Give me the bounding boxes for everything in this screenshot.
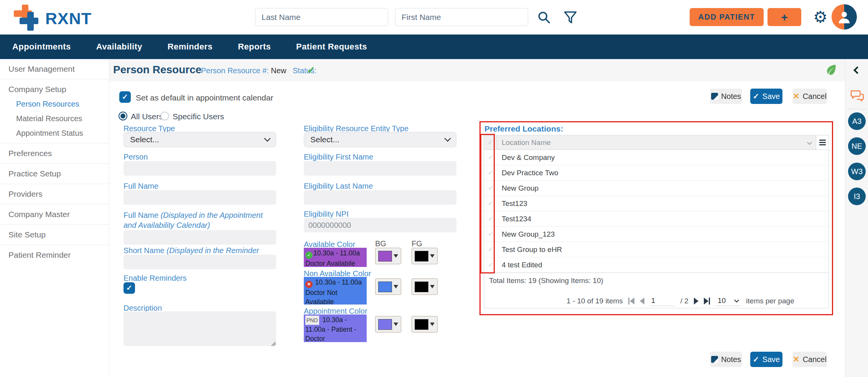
person-input[interactable]: [124, 161, 276, 176]
full-name-calendar-input[interactable]: [124, 230, 276, 245]
total-items-text: Total Items: 19 (Showing Items: 10): [489, 277, 603, 285]
sidebar-item-appointment-status[interactable]: Appointment Status: [8, 123, 109, 138]
short-name-input[interactable]: [124, 255, 276, 269]
default-calendar-checkbox[interactable]: ✓: [119, 91, 131, 103]
grid-footer-divider: [484, 273, 828, 273]
table-row[interactable]: ✓Dev Practice Two: [484, 165, 828, 181]
first-page-button[interactable]: [628, 298, 634, 305]
next-page-button[interactable]: [694, 298, 698, 305]
eligibility-last-name-input[interactable]: [304, 190, 456, 205]
add-patient-button[interactable]: ADD PATIENT: [690, 8, 764, 26]
chat-icon[interactable]: [850, 90, 865, 103]
available-bg-color-picker[interactable]: [375, 248, 401, 264]
enable-reminders-checkbox[interactable]: ✓: [124, 282, 135, 294]
first-name-search-input[interactable]: [395, 8, 528, 26]
save-button-top[interactable]: ✓Save: [750, 89, 782, 104]
dropdown-arrow-icon: [430, 285, 435, 288]
last-page-button[interactable]: [704, 298, 710, 305]
column-menu-icon[interactable]: [816, 135, 828, 150]
rail-badge-ne[interactable]: NE: [848, 137, 866, 155]
table-row[interactable]: ✓Test1234: [484, 211, 828, 227]
rail-badge-w3[interactable]: W3: [848, 163, 866, 180]
cancel-button-bottom[interactable]: ✕Cancel: [792, 352, 827, 367]
nav-tab-patient-requests[interactable]: Patient Requests: [296, 42, 367, 52]
rail-badge-i3[interactable]: I3: [848, 188, 866, 205]
full-name-input[interactable]: [124, 190, 276, 205]
available-fg-color-picker[interactable]: [412, 248, 438, 264]
resource-number: Person Resource #: New Status:: [201, 66, 316, 75]
quick-add-button[interactable]: +: [768, 8, 801, 26]
collapse-panel-button[interactable]: [853, 66, 861, 74]
row-check-icon[interactable]: ✓: [484, 245, 497, 254]
notes-button-bottom[interactable]: Notes: [710, 352, 742, 367]
table-row[interactable]: ✓Test Group to eHR: [484, 242, 828, 257]
leaf-icon: [825, 64, 837, 75]
row-check-icon[interactable]: ✓: [484, 169, 497, 177]
sidebar-item-practice-setup[interactable]: Practice Setup: [0, 164, 109, 184]
row-check-icon[interactable]: ✓: [484, 153, 497, 161]
eligibility-last-label: Eligibility Last Name: [304, 181, 373, 191]
eligibility-first-name-input[interactable]: [304, 161, 456, 176]
table-row[interactable]: ✓New Group_123: [484, 227, 828, 242]
nav-tab-reports[interactable]: Reports: [238, 42, 271, 52]
row-check-icon[interactable]: ✓: [484, 215, 497, 223]
row-check-icon[interactable]: ✓: [484, 261, 497, 269]
nav-tab-availability[interactable]: Availability: [96, 42, 142, 52]
settings-sidebar: User Management Company Setup Person Res…: [0, 59, 109, 377]
table-row[interactable]: ✓Test123: [484, 196, 828, 211]
eligibility-entity-select[interactable]: Select...: [304, 132, 456, 147]
row-check-icon[interactable]: ✓: [484, 230, 497, 238]
rxnt-logo-icon: [14, 5, 41, 31]
rail-badge-a3[interactable]: A3: [848, 112, 866, 130]
appointment-bg-color-picker[interactable]: [375, 316, 401, 333]
status-check-icon: ✓: [307, 64, 315, 76]
sidebar-item-providers[interactable]: Providers: [0, 184, 109, 204]
table-row[interactable]: ✓4 test Edited: [484, 257, 828, 273]
pagination: 1 - 10 of 19 items / 2 10 items per page: [567, 296, 824, 306]
enable-reminders-label: Enable Reminders: [124, 273, 187, 283]
default-calendar-label: Set as default in appointment calendar: [136, 93, 273, 102]
sidebar-item-preferences[interactable]: Preferences: [0, 143, 109, 164]
sidebar-item-company-setup[interactable]: Company Setup: [8, 85, 66, 94]
nav-tab-reminders[interactable]: Reminders: [168, 42, 212, 52]
filter-icon[interactable]: [563, 10, 578, 25]
sidebar-item-site-setup[interactable]: Site Setup: [0, 225, 109, 245]
cancel-button-top[interactable]: ✕Cancel: [792, 89, 827, 104]
select-all-column[interactable]: ✓: [484, 135, 497, 150]
last-name-search-input[interactable]: [255, 8, 388, 26]
location-name-header[interactable]: Location Name: [497, 135, 816, 150]
page-count-text: / 2: [680, 297, 688, 305]
sidebar-item-material-resources[interactable]: Material Resources: [8, 109, 109, 123]
non-available-bg-color-picker[interactable]: [375, 278, 401, 295]
user-avatar[interactable]: [832, 4, 857, 30]
chevron-down-icon[interactable]: [807, 140, 812, 145]
page-number-input[interactable]: [650, 296, 675, 306]
radio-all-users[interactable]: [119, 112, 127, 120]
sidebar-item-user-management[interactable]: User Management: [0, 59, 109, 79]
non-available-color-preview: ✕ 10.30a - 11.00a Doctor Not Availabile: [304, 277, 367, 305]
fg-column-header: FG: [412, 239, 422, 248]
radio-specific-users[interactable]: [160, 112, 169, 120]
prev-page-button[interactable]: [640, 298, 644, 305]
appointment-fg-color-picker[interactable]: [412, 316, 438, 333]
table-row[interactable]: ✓New Group: [484, 181, 828, 196]
nav-tab-appointments[interactable]: Appointments: [12, 42, 71, 52]
row-check-icon[interactable]: ✓: [484, 184, 497, 192]
table-row[interactable]: ✓Dev & Company: [484, 150, 828, 165]
eligibility-npi-input[interactable]: [304, 218, 456, 232]
dropdown-arrow-icon: [394, 254, 398, 258]
non-available-fg-color-picker[interactable]: [412, 278, 438, 295]
x-icon: ✕: [793, 92, 800, 101]
row-check-icon[interactable]: ✓: [484, 199, 497, 207]
sidebar-item-person-resources[interactable]: Person Resources: [8, 94, 109, 109]
sidebar-item-company-master[interactable]: Company Master: [0, 204, 109, 225]
resize-handle-icon[interactable]: [271, 340, 276, 345]
save-button-bottom[interactable]: ✓Save: [750, 352, 782, 367]
resource-type-select[interactable]: Select...: [124, 132, 276, 147]
sidebar-item-patient-reminder[interactable]: Patient Reminder: [0, 245, 109, 265]
description-textarea[interactable]: [124, 311, 276, 346]
page-size-select[interactable]: 10: [715, 296, 741, 306]
settings-gear-icon[interactable]: ⚙: [813, 6, 828, 28]
search-icon[interactable]: [537, 10, 552, 25]
notes-button-top[interactable]: Notes: [710, 89, 742, 104]
